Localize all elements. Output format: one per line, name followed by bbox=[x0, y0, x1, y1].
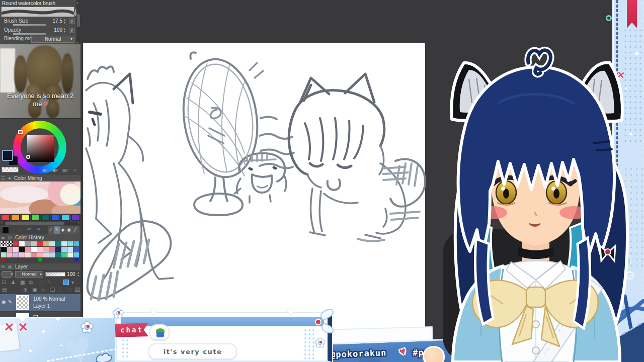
history-swatch[interactable] bbox=[37, 252, 43, 257]
opacity-down-icon[interactable]: ▾ bbox=[63, 31, 66, 33]
clip-icon[interactable]: ⊡ bbox=[2, 280, 6, 285]
current-mix-color[interactable] bbox=[2, 226, 9, 233]
brush-size-slider[interactable] bbox=[13, 24, 46, 26]
reference-icon[interactable]: ♟ bbox=[11, 280, 16, 285]
scroll-down-icon[interactable]: ▾ bbox=[77, 40, 78, 44]
history-swatch[interactable] bbox=[25, 247, 31, 252]
mask-layer-icon[interactable]: ▢ bbox=[67, 287, 72, 293]
duplicate-icon[interactable]: ❏ bbox=[50, 287, 55, 293]
opacity-row[interactable]: Opacity 100 ▴ ▾ ≫ bbox=[0, 27, 75, 35]
mix-swatch[interactable] bbox=[51, 214, 60, 221]
saturation-value-square[interactable] bbox=[27, 135, 54, 162]
scroll-left-icon[interactable]: ‹ bbox=[1, 221, 3, 225]
transparent-color-chip[interactable] bbox=[2, 167, 19, 172]
history-swatch[interactable] bbox=[43, 241, 49, 246]
history-swatch[interactable] bbox=[31, 247, 37, 252]
history-swatch[interactable] bbox=[13, 252, 19, 257]
pen-tool[interactable]: ✎ bbox=[54, 226, 60, 234]
history-swatch[interactable] bbox=[37, 241, 43, 246]
mix-swatch[interactable] bbox=[71, 214, 80, 221]
scroll-right-icon[interactable]: › bbox=[78, 221, 79, 225]
history-swatch[interactable] bbox=[73, 241, 79, 246]
history-swatch[interactable] bbox=[38, 258, 42, 261]
history-swatch[interactable] bbox=[2, 258, 6, 261]
history-swatch[interactable] bbox=[31, 252, 37, 257]
mix-swatch[interactable] bbox=[41, 214, 50, 221]
history-swatch[interactable] bbox=[67, 241, 73, 246]
mix-swatch[interactable] bbox=[31, 214, 40, 221]
history-swatch[interactable] bbox=[7, 241, 13, 246]
undo-icon[interactable]: ↶ bbox=[27, 227, 31, 232]
merge-icon[interactable]: ◌ bbox=[59, 287, 62, 293]
layer-blend-mode-select[interactable]: Normal ▾ bbox=[15, 271, 43, 278]
menu-icon[interactable]: ☰ bbox=[1, 234, 5, 241]
brush-stroke-preview[interactable] bbox=[1, 7, 74, 17]
history-swatch[interactable] bbox=[43, 252, 49, 257]
new-layer-icon[interactable]: ⊕ bbox=[23, 287, 27, 293]
foreground-color-swatch[interactable] bbox=[2, 150, 13, 161]
colorset-option-icon[interactable]: ▣0 bbox=[52, 168, 58, 172]
list-view-icon[interactable]: ▤ bbox=[2, 287, 7, 293]
wheel-mode-icon[interactable]: ◑ bbox=[73, 168, 76, 172]
history-swatch[interactable] bbox=[61, 241, 67, 246]
size-dynamics-button[interactable]: ≫ bbox=[69, 19, 75, 24]
history-swatch[interactable] bbox=[37, 247, 43, 252]
water-tool[interactable]: ◉ bbox=[66, 226, 72, 234]
history-swatch[interactable] bbox=[61, 247, 67, 252]
transfer-icon[interactable]: ⧉ bbox=[41, 287, 45, 293]
history-swatch[interactable] bbox=[55, 241, 61, 246]
opacity-value[interactable]: 100 bbox=[54, 27, 62, 33]
layer-shape-select[interactable]: ▾ bbox=[2, 271, 13, 278]
redo-icon[interactable]: ↷ bbox=[36, 227, 40, 232]
mix-swatch[interactable] bbox=[11, 214, 20, 221]
color-mixing-area[interactable] bbox=[0, 182, 80, 214]
sv-cursor[interactable] bbox=[26, 155, 30, 159]
menu-icon[interactable]: ☰ bbox=[1, 263, 5, 270]
history-swatch[interactable] bbox=[67, 252, 73, 257]
opacity-down-icon[interactable]: ▾ bbox=[76, 275, 80, 277]
history-swatch[interactable] bbox=[25, 241, 31, 246]
history-swatch[interactable] bbox=[61, 252, 67, 257]
history-swatch[interactable] bbox=[1, 247, 7, 252]
history-swatch[interactable] bbox=[49, 252, 55, 257]
new-folder-icon[interactable]: ▣ bbox=[32, 287, 37, 293]
scrollbar-thumb[interactable] bbox=[77, 14, 80, 27]
mix-swatch[interactable] bbox=[61, 214, 70, 221]
history-swatch[interactable] bbox=[1, 241, 7, 246]
mask-icon[interactable]: ▢ bbox=[38, 280, 43, 285]
eyedropper-tool[interactable]: ╱ bbox=[72, 226, 78, 234]
history-swatch[interactable] bbox=[73, 252, 79, 257]
blending-mode-select[interactable]: Normal ▾ bbox=[31, 36, 74, 43]
colorset-option-icon[interactable]: ▥0 bbox=[62, 168, 68, 172]
color-history-grid[interactable] bbox=[1, 241, 79, 257]
knife-tool[interactable]: ◆ bbox=[60, 226, 66, 234]
opacity-dynamics-button[interactable]: ≫ bbox=[69, 28, 75, 33]
select-icon[interactable]: ◌ bbox=[18, 227, 21, 232]
layer-opacity-value[interactable]: 100 bbox=[67, 272, 75, 277]
history-swatch[interactable] bbox=[74, 258, 78, 261]
layer-thumbnail[interactable] bbox=[16, 295, 29, 310]
size-down-icon[interactable]: ▾ bbox=[63, 22, 66, 24]
history-swatch[interactable] bbox=[7, 247, 13, 252]
scroll-up-icon[interactable]: ▴ bbox=[77, 1, 78, 4]
visibility-icon[interactable]: ◉ bbox=[2, 299, 6, 305]
colorset-option-icon[interactable]: ▣0 bbox=[42, 168, 48, 172]
blend-brush-tool[interactable]: ✓ bbox=[48, 226, 54, 234]
brush-size-row[interactable]: Brush Size 17.5 ▴ ▾ ≫ bbox=[0, 18, 75, 26]
history-swatch[interactable] bbox=[19, 241, 25, 246]
delete-layer-icon[interactable]: ⌧ bbox=[74, 287, 80, 293]
layer-row-selected[interactable]: ◉ ✎ 100 % Normal Layer 1 bbox=[0, 294, 80, 311]
mixing-scrollbar[interactable]: ‹ › bbox=[0, 222, 80, 225]
draft-icon[interactable]: ✎ bbox=[47, 280, 51, 285]
history-swatch[interactable] bbox=[55, 247, 61, 252]
history-swatch[interactable] bbox=[67, 247, 73, 252]
history-swatch[interactable] bbox=[55, 252, 61, 257]
hue-marker[interactable] bbox=[18, 130, 23, 134]
layer-name[interactable]: Layer 1 bbox=[33, 303, 50, 309]
history-swatch[interactable] bbox=[13, 247, 19, 252]
history-swatch[interactable] bbox=[25, 252, 31, 257]
alpha-lock-icon[interactable]: ▩ bbox=[20, 280, 25, 285]
mixing-swatch-row[interactable] bbox=[1, 214, 80, 221]
brush-size-value[interactable]: 17.5 bbox=[53, 18, 62, 24]
opacity-slider[interactable] bbox=[13, 33, 46, 35]
